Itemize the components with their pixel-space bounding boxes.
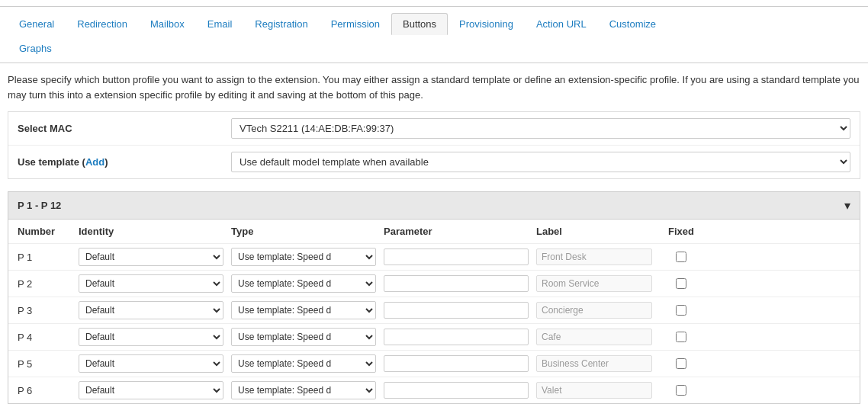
cell-label-2 [536, 302, 658, 319]
select-mac-wrap: VTech S2211 (14:AE:DB:FA:99:37) [231, 118, 850, 139]
use-template-row: Use template (Add) Use default model tem… [8, 146, 860, 178]
chevron-down-icon: ▾ [844, 198, 850, 213]
identity-select-1[interactable]: Default [79, 274, 223, 293]
fixed-checkbox-1[interactable] [676, 278, 686, 289]
tabs-row1: GeneralRedirectionMailboxEmailRegistrati… [8, 13, 860, 34]
parameter-input-2[interactable] [384, 302, 529, 319]
cell-fixed-4 [658, 358, 704, 369]
tab-provisioning[interactable]: Provisioning [448, 13, 525, 35]
cell-parameter-5 [384, 382, 536, 399]
label-input-3[interactable] [536, 329, 652, 345]
table-row: P 5 Default Use template: Speed d [8, 351, 860, 377]
identity-select-0[interactable]: Default [79, 248, 223, 266]
cell-type-0: Use template: Speed d [231, 248, 384, 266]
cell-label-5 [536, 382, 658, 399]
col-header-fixed: Fixed [658, 226, 704, 237]
col-header-number: Number [18, 226, 79, 237]
identity-select-3[interactable]: Default [79, 328, 223, 346]
use-template-wrap: Use default model template when availabl… [231, 152, 850, 172]
tab-graphs[interactable]: Graphs [8, 37, 63, 59]
table-row: P 6 Default Use template: Speed d [8, 377, 860, 403]
parameter-input-4[interactable] [384, 355, 529, 372]
cell-number-0: P 1 [18, 252, 79, 263]
label-input-5[interactable] [536, 382, 652, 399]
cell-label-1 [536, 275, 658, 292]
identity-select-2[interactable]: Default [79, 301, 223, 319]
tab-registration[interactable]: Registration [243, 13, 319, 35]
type-select-4[interactable]: Use template: Speed d [231, 354, 376, 373]
tab-general[interactable]: General [8, 13, 66, 35]
type-select-2[interactable]: Use template: Speed d [231, 301, 376, 319]
tab-customize[interactable]: Customize [598, 13, 667, 35]
col-header-identity: Identity [79, 226, 231, 237]
add-template-link[interactable]: Add [85, 156, 104, 168]
cell-identity-2: Default [79, 301, 231, 319]
cell-type-1: Use template: Speed d [231, 274, 384, 293]
cell-type-3: Use template: Speed d [231, 328, 384, 346]
settings-form: Select MAC VTech S2211 (14:AE:DB:FA:99:3… [8, 111, 860, 179]
col-header-label: Label [536, 226, 658, 237]
cell-type-2: Use template: Speed d [231, 301, 384, 319]
table-row: P 2 Default Use template: Speed d [8, 271, 860, 297]
buttons-table: Number Identity Type Parameter Label Fix… [8, 220, 860, 404]
cell-number-5: P 6 [18, 385, 79, 396]
parameter-input-3[interactable] [384, 329, 529, 345]
tab-mailbox[interactable]: Mailbox [139, 13, 196, 35]
cell-identity-0: Default [79, 248, 231, 266]
parameter-input-5[interactable] [384, 382, 529, 399]
use-template-label: Use template (Add) [18, 156, 231, 168]
label-input-4[interactable] [536, 355, 652, 372]
cell-number-4: P 5 [18, 358, 79, 370]
parameter-input-0[interactable] [384, 248, 529, 265]
cell-identity-3: Default [79, 328, 231, 346]
label-input-0[interactable] [536, 248, 652, 265]
section-title: P 1 - P 12 [18, 200, 61, 211]
description-text: Please specify which button profile you … [8, 72, 860, 102]
identity-select-5[interactable]: Default [79, 381, 223, 399]
tab-buttons[interactable]: Buttons [391, 13, 448, 35]
cell-number-1: P 2 [18, 278, 79, 290]
cell-label-3 [536, 329, 658, 345]
fixed-checkbox-0[interactable] [676, 252, 686, 262]
table-header: Number Identity Type Parameter Label Fix… [8, 220, 860, 244]
table-row: P 4 Default Use template: Speed d [8, 324, 860, 351]
select-mac-label: Select MAC [18, 123, 231, 134]
fixed-checkbox-5[interactable] [676, 385, 686, 396]
label-input-2[interactable] [536, 302, 652, 319]
cell-number-3: P 4 [18, 332, 79, 343]
cell-type-5: Use template: Speed d [231, 381, 384, 399]
p1-p12-section-header[interactable]: P 1 - P 12 ▾ [8, 191, 860, 220]
tab-redirection[interactable]: Redirection [66, 13, 139, 35]
select-mac-row: Select MAC VTech S2211 (14:AE:DB:FA:99:3… [8, 112, 860, 146]
identity-select-4[interactable]: Default [79, 354, 223, 373]
col-header-type: Type [231, 226, 384, 237]
nav-tabs-row1 [0, 0, 868, 7]
type-select-1[interactable]: Use template: Speed d [231, 274, 376, 293]
cell-type-4: Use template: Speed d [231, 354, 384, 373]
label-input-1[interactable] [536, 275, 652, 292]
fixed-checkbox-3[interactable] [676, 332, 686, 342]
fixed-checkbox-4[interactable] [676, 358, 686, 369]
nav-area: GeneralRedirectionMailboxEmailRegistrati… [0, 7, 868, 63]
parameter-input-1[interactable] [384, 275, 529, 292]
cell-parameter-2 [384, 302, 536, 319]
tabs-row2: Graphs [8, 37, 63, 63]
cell-fixed-3 [658, 332, 704, 342]
type-select-3[interactable]: Use template: Speed d [231, 328, 376, 346]
table-body: P 1 Default Use template: Speed d P [8, 244, 860, 403]
type-select-5[interactable]: Use template: Speed d [231, 381, 376, 399]
select-mac-dropdown[interactable]: VTech S2211 (14:AE:DB:FA:99:37) [231, 118, 850, 139]
fixed-checkbox-2[interactable] [676, 305, 686, 316]
cell-parameter-3 [384, 329, 536, 345]
cell-fixed-1 [658, 278, 704, 289]
tab-action-url[interactable]: Action URL [525, 13, 598, 35]
tab-permission[interactable]: Permission [320, 13, 391, 35]
col-header-parameter: Parameter [384, 226, 536, 237]
table-row: P 3 Default Use template: Speed d [8, 297, 860, 324]
cell-parameter-0 [384, 248, 536, 265]
use-template-dropdown[interactable]: Use default model template when availabl… [231, 152, 850, 172]
cell-identity-1: Default [79, 274, 231, 293]
cell-parameter-1 [384, 275, 536, 292]
tab-email[interactable]: Email [196, 13, 244, 35]
type-select-0[interactable]: Use template: Speed d [231, 248, 376, 266]
